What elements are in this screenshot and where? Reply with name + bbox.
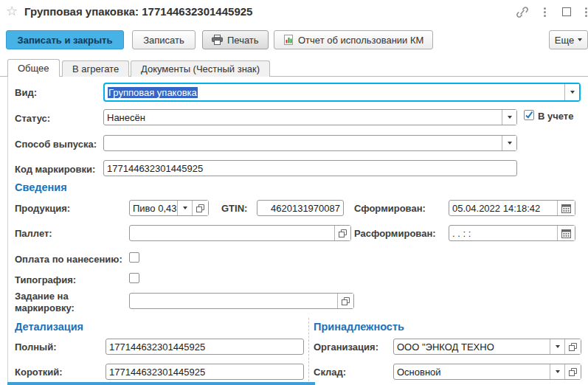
dropdown-arrow-icon: [508, 116, 512, 119]
vid-label: Вид:: [15, 87, 37, 98]
produkciya-combobox[interactable]: Пиво 0,43: [129, 200, 209, 216]
polny-value[interactable]: 177144632301445925: [106, 339, 303, 354]
sformirovan-value[interactable]: 05.04.2022 14:18:42: [449, 201, 557, 215]
vid-dropdown-button[interactable]: [564, 84, 579, 100]
polny-label: Полный:: [15, 341, 57, 353]
rasformirovan-mask[interactable]: . . : :: [449, 226, 557, 240]
restore-window-icon[interactable]: [562, 7, 571, 16]
kod-markirovki-value[interactable]: 177144632301445925: [104, 161, 516, 176]
dropdown-arrow-icon: [556, 345, 560, 348]
pallet-input[interactable]: [129, 225, 351, 241]
sposob-vypuska-dropdown-button[interactable]: [502, 136, 516, 150]
organizaciya-value[interactable]: ООО "ЭНКОД ТЕХНО: [394, 339, 550, 354]
dropdown-arrow-icon: [183, 207, 187, 209]
vid-value[interactable]: Групповая упаковка: [105, 84, 564, 100]
rasformirovan-calendar-button[interactable]: [557, 226, 575, 240]
rasformirovan-label: Расформирован:: [354, 228, 436, 239]
open-icon: [342, 297, 350, 305]
tab-dokumenty-chestny-znak[interactable]: Документы (Честный знак): [131, 60, 270, 77]
status-dropdown-button[interactable]: [502, 110, 516, 125]
korotky-value[interactable]: 177144632301445925: [106, 364, 303, 379]
korotky-label: Короткий:: [15, 367, 63, 378]
open-icon: [569, 343, 577, 351]
zadanie-open-button[interactable]: [337, 294, 353, 308]
pallet-open-button[interactable]: [334, 226, 350, 240]
gtin-input[interactable]: 4620131970087: [257, 200, 344, 216]
tab-v-agregate[interactable]: В агрегате: [62, 60, 129, 77]
tipografiya-label: Типография:: [15, 274, 76, 285]
organizaciya-combobox[interactable]: ООО "ЭНКОД ТЕХНО: [393, 339, 581, 355]
status-combobox[interactable]: Нанесён: [103, 109, 517, 125]
favorite-star-icon[interactable]: ☆: [6, 3, 18, 19]
report-icon: [283, 35, 294, 45]
organizaciya-dropdown-button[interactable]: [550, 339, 564, 354]
produkciya-dropdown-button[interactable]: [177, 201, 192, 215]
gtin-value[interactable]: 4620131970087: [257, 201, 343, 215]
oplata-label: Оплата по нанесению:: [15, 254, 122, 265]
group-package-form: ☆ Групповая упаковка: 177144632301445925…: [0, 0, 588, 385]
printer-icon: [212, 35, 223, 45]
open-icon: [196, 204, 204, 212]
sposob-vypuska-combobox[interactable]: [103, 135, 517, 151]
oplata-checkbox[interactable]: [129, 252, 139, 263]
vid-combobox[interactable]: Групповая упаковка: [103, 83, 581, 102]
tab-v-agregate-label: В агрегате: [72, 63, 119, 74]
km-usage-report-label: Отчет об использовании КМ: [298, 35, 423, 46]
rasformirovan-date-input[interactable]: . . : :: [449, 225, 575, 241]
sklad-label: Склад:: [314, 367, 346, 378]
svedeniya-section-header: Сведения: [15, 181, 67, 193]
kebab-menu-icon[interactable]: [544, 7, 546, 17]
v-uchete-label: В учете: [538, 111, 573, 122]
detalizaciya-section-header: Детализация: [15, 321, 83, 333]
zadanie-label: Задание на маркировку:: [15, 291, 102, 314]
print-button[interactable]: Печать: [202, 30, 269, 49]
tipografiya-checkbox[interactable]: [129, 273, 139, 283]
sklad-dropdown-button[interactable]: [550, 364, 564, 379]
produkciya-label: Продукция:: [15, 203, 70, 214]
bottom-window-edge: [7, 382, 315, 385]
organizaciya-label: Организация:: [314, 341, 378, 353]
sklad-combobox[interactable]: Основной: [393, 364, 581, 380]
polny-input[interactable]: 177144632301445925: [106, 339, 304, 355]
gtin-label: GTIN:: [221, 203, 247, 214]
columns-separator: [308, 318, 309, 385]
sformirovan-date-input[interactable]: 05.04.2022 14:18:42: [449, 200, 575, 216]
kod-markirovki-label: Код маркировки:: [15, 164, 95, 175]
zadanie-value[interactable]: [130, 294, 337, 308]
titlebar-clipped-icon[interactable]: [585, 7, 587, 17]
tab-obschee[interactable]: Общее: [7, 59, 60, 77]
print-label: Печать: [227, 35, 259, 46]
zadanie-input[interactable]: [129, 293, 354, 309]
sklad-value[interactable]: Основной: [394, 364, 550, 379]
save-and-close-label: Записать и закрыть: [18, 35, 113, 46]
sklad-open-button[interactable]: [564, 364, 581, 379]
dropdown-arrow-icon: [508, 142, 512, 145]
tab-dokumenty-label: Документы (Честный знак): [141, 63, 260, 74]
save-button[interactable]: Записать: [132, 30, 196, 49]
sformirovan-calendar-button[interactable]: [557, 201, 575, 215]
produkciya-open-button[interactable]: [192, 201, 208, 215]
prinadlezhnost-section-header: Принадлежность: [314, 321, 404, 333]
window-title: Групповая упаковка: 177144632301445925: [24, 5, 252, 18]
kod-markirovki-input[interactable]: 177144632301445925: [103, 160, 517, 176]
sformirovan-label: Сформирован:: [354, 203, 426, 214]
open-icon: [339, 229, 347, 237]
more-label: Еще: [555, 35, 574, 46]
dropdown-arrow-icon: [570, 91, 575, 94]
korotky-input[interactable]: 177144632301445925: [106, 364, 304, 380]
dropdown-arrow-icon: [556, 370, 560, 373]
more-button[interactable]: Еще: [549, 30, 588, 49]
pallet-label: Паллет:: [15, 228, 52, 239]
status-value[interactable]: Нанесён: [104, 110, 502, 125]
v-uchete-checkbox[interactable]: [524, 110, 534, 120]
sposob-vypuska-value[interactable]: [104, 136, 502, 150]
link-icon[interactable]: [515, 6, 530, 21]
km-usage-report-button[interactable]: Отчет об использовании КМ: [274, 30, 433, 49]
save-and-close-button[interactable]: Записать и закрыть: [6, 30, 124, 49]
sposob-vypuska-label: Способ выпуска:: [15, 139, 97, 150]
organizaciya-open-button[interactable]: [564, 339, 581, 354]
vid-selected-text: Групповая упаковка: [108, 87, 198, 98]
form-left-border: [7, 77, 8, 385]
pallet-value[interactable]: [130, 226, 334, 240]
produkciya-value[interactable]: Пиво 0,43: [130, 201, 177, 215]
